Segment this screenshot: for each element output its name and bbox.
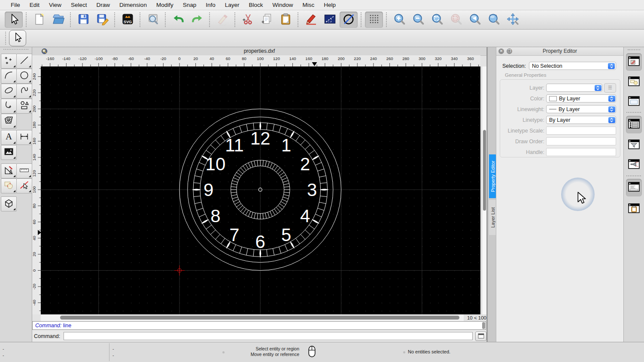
tool-points-button[interactable]	[1, 54, 17, 69]
command-history[interactable]: Command: line	[32, 321, 486, 330]
redo-button[interactable]	[188, 12, 206, 28]
modify-icon	[19, 180, 30, 192]
block-list-panel-button[interactable]	[626, 73, 642, 91]
command-input[interactable]	[64, 332, 473, 340]
tool-spline-button[interactable]	[16, 84, 32, 99]
clipboard-panel-button[interactable]	[626, 200, 642, 218]
undo-button[interactable]	[169, 12, 187, 28]
tool-circle-button[interactable]	[16, 69, 32, 84]
command-history-panel-button[interactable]	[626, 179, 642, 196]
tool-line-button[interactable]	[16, 54, 32, 69]
draft-mode-button[interactable]	[340, 12, 358, 28]
layer-menu-button[interactable]: ☰	[604, 83, 616, 93]
svg-text:1: 1	[281, 135, 291, 155]
tool-arc-button[interactable]	[1, 69, 17, 84]
tool-hatch-button[interactable]	[1, 114, 17, 129]
paste-button[interactable]	[276, 12, 295, 28]
svg-text:-100: -100	[94, 56, 103, 61]
handle-field[interactable]	[546, 148, 616, 156]
zoom-in-button[interactable]	[390, 12, 408, 28]
menu-item-modify[interactable]: Modify	[152, 0, 178, 10]
pan-button[interactable]	[504, 12, 522, 28]
menu-item-edit[interactable]: Edit	[25, 0, 44, 10]
tool-measure-button[interactable]	[16, 163, 32, 178]
tool-boolean-button[interactable]	[1, 178, 17, 193]
previous-view-button[interactable]	[466, 12, 484, 28]
tool-options-panel-button[interactable]	[626, 156, 642, 174]
menu-item-dimension[interactable]: Dimension	[115, 0, 152, 10]
tool-polyline-button[interactable]	[1, 99, 17, 114]
panel-titlebar[interactable]: ✕ ❐ Property Editor	[496, 47, 623, 56]
property-editor-panel-button[interactable]	[626, 116, 642, 133]
save-button[interactable]	[74, 12, 92, 28]
draw-order-field[interactable]	[546, 137, 616, 145]
tool-image-button[interactable]	[1, 145, 17, 160]
drawing-canvas[interactable]: 123456789101112	[41, 66, 480, 314]
menu-item-help[interactable]: Help	[319, 0, 340, 10]
menu-item-layer[interactable]: Layer	[220, 0, 244, 10]
zoom-out-button[interactable]	[409, 12, 427, 28]
menu-item-block[interactable]: Block	[244, 0, 268, 10]
vertical-scrollbar-thumb[interactable]	[483, 130, 486, 211]
auto-zoom-button[interactable]	[428, 12, 446, 28]
cut-button[interactable]	[239, 12, 257, 28]
command-history-scrollbar[interactable]	[482, 322, 485, 329]
menu-item-draw[interactable]: Draw	[92, 0, 115, 10]
svg-text:360: 360	[467, 56, 474, 61]
selection-combobox[interactable]: No Selection	[529, 62, 616, 70]
tool-cad-tools-button[interactable]	[1, 163, 17, 178]
svg-text:120: 120	[273, 56, 280, 61]
zoom-window-button[interactable]	[485, 12, 503, 28]
layer-combobox[interactable]	[546, 84, 602, 92]
menu-item-snap[interactable]: Snap	[178, 0, 201, 10]
line-preview-button[interactable]	[321, 12, 339, 28]
palette-drag-handle[interactable]	[3, 49, 28, 51]
vertical-ruler-marker	[38, 230, 41, 235]
tool-text-button[interactable]: A	[1, 130, 17, 145]
grid-toggle-button[interactable]	[365, 12, 383, 28]
command-history-toggle-button[interactable]	[475, 332, 486, 341]
print-preview-button[interactable]	[144, 12, 162, 28]
absolute-coordinate-y: -	[3, 353, 4, 358]
tool-ellipse-button[interactable]	[1, 84, 17, 99]
tool-modify-button[interactable]	[16, 178, 32, 193]
linetype-combobox[interactable]: By Layer	[546, 116, 616, 124]
pointer-button[interactable]	[5, 12, 23, 28]
svg-text:4: 4	[300, 206, 310, 226]
document-titlebar[interactable]: properties.dxf	[32, 47, 486, 56]
menu-item-file[interactable]: File	[6, 0, 25, 10]
tool-shapes-button[interactable]	[16, 99, 32, 114]
menu-item-misc[interactable]: Misc	[298, 0, 319, 10]
edit-pencil-button[interactable]	[302, 12, 320, 28]
selection-filter-panel-button[interactable]	[626, 136, 642, 154]
new-file-button[interactable]	[30, 12, 48, 28]
horizontal-scrollbar-thumb[interactable]	[60, 316, 459, 320]
toolbar-drag-handle[interactable]	[5, 32, 6, 45]
lineweight-combobox[interactable]: By Layer	[546, 105, 616, 113]
open-file-button[interactable]	[49, 12, 67, 28]
svg-export-button[interactable]: SVG	[118, 12, 137, 28]
linetype-scale-field[interactable]	[546, 127, 616, 135]
menu-item-view[interactable]: View	[44, 0, 66, 10]
tool-box3d-button[interactable]	[1, 196, 17, 211]
copy-button[interactable]	[258, 12, 276, 28]
menu-item-select[interactable]: Select	[66, 0, 92, 10]
tool-dimension-button[interactable]	[16, 130, 32, 145]
dock-drag-handle[interactable]	[628, 49, 640, 52]
view-panel-button[interactable]	[626, 93, 642, 111]
menubar: FileEditViewSelectDrawDimensionModifySna…	[0, 0, 644, 10]
svg-text:200: 200	[338, 56, 345, 61]
horizontal-scrollbar[interactable]	[41, 314, 464, 321]
edit-pencil-icon	[305, 13, 317, 27]
svg-text:160: 160	[32, 138, 36, 145]
save-as-button[interactable]	[93, 12, 111, 28]
menu-item-info[interactable]: Info	[201, 0, 220, 10]
selection-value: No Selection	[532, 63, 562, 69]
current-tool-button[interactable]	[9, 30, 26, 46]
library-browser-panel-button[interactable]	[626, 53, 642, 71]
color-combobox[interactable]: By Layer	[546, 94, 616, 103]
layer-label: Layer:	[500, 85, 544, 91]
svg-text:120: 120	[32, 170, 36, 177]
menu-item-window[interactable]: Window	[268, 0, 298, 10]
mouse-icon	[307, 345, 316, 359]
